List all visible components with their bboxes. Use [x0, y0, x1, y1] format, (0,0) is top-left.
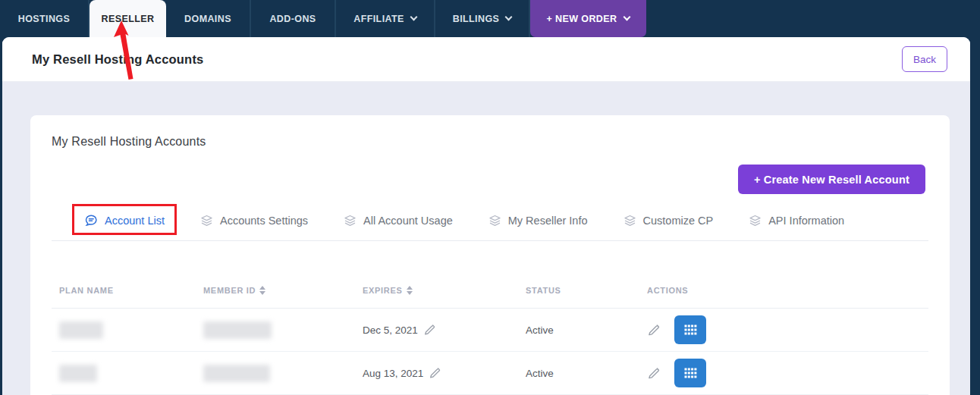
redacted-plan-name — [59, 321, 103, 339]
tab-api-information[interactable]: API Information — [749, 212, 844, 227]
nav-tab-add-ons[interactable]: ADD-ONS — [251, 0, 336, 37]
chevron-down-icon — [505, 14, 513, 21]
top-navbar: HOSTINGS RESELLER DOMAINS ADD-ONS AFFILI… — [0, 0, 980, 37]
nav-tab-domains[interactable]: DOMAINS — [166, 0, 251, 37]
page-body: My Resell Hosting Accounts + Create New … — [2, 115, 970, 395]
edit-account-icon[interactable] — [647, 324, 660, 337]
nav-tab-reseller[interactable]: RESELLER — [90, 0, 166, 37]
tab-my-reseller-info[interactable]: My Reseller Info — [488, 212, 588, 227]
accounts-table: PLAN NAME MEMBER ID EXPIRES — [52, 272, 928, 395]
edit-expiry-icon[interactable] — [429, 367, 441, 379]
nav-tab-label: HOSTINGS — [18, 14, 70, 24]
status-value: Active — [526, 324, 647, 336]
layers-icon — [623, 215, 636, 227]
tab-label: Accounts Settings — [220, 215, 308, 227]
nav-tab-hostings[interactable]: HOSTINGS — [0, 0, 90, 37]
tab-account-list[interactable]: Account List — [85, 212, 165, 227]
edit-account-icon[interactable] — [647, 367, 660, 380]
layers-icon — [488, 215, 501, 227]
tab-accounts-settings[interactable]: Accounts Settings — [200, 212, 308, 227]
content-panel: My Resell Hosting Accounts Back My Resel… — [2, 37, 970, 395]
tab-label: Customize CP — [643, 215, 714, 227]
expires-date: Aug 13, 2021 — [363, 368, 423, 379]
layers-icon — [749, 215, 762, 227]
nav-tab-label: ADD-ONS — [269, 14, 316, 24]
create-new-resell-account-button[interactable]: + Create New Resell Account — [738, 165, 925, 194]
nav-tab-label: DOMAINS — [184, 14, 231, 24]
status-value: Active — [526, 368, 647, 379]
sort-icon[interactable] — [259, 286, 265, 295]
layers-icon — [200, 215, 213, 227]
column-header-plan-name: PLAN NAME — [59, 286, 203, 295]
table-header-row: PLAN NAME MEMBER ID EXPIRES — [52, 272, 928, 309]
nav-tab-label: BILLINGS — [453, 14, 500, 24]
back-button[interactable]: Back — [902, 46, 947, 72]
tab-label: All Account Usage — [363, 215, 453, 227]
chat-icon — [85, 215, 98, 227]
grid-icon — [684, 368, 697, 379]
table-row: Dec 5, 2021 Active — [52, 309, 928, 352]
page-title: My Resell Hosting Accounts — [32, 52, 203, 67]
page-header: My Resell Hosting Accounts Back — [2, 37, 970, 82]
redacted-plan-name — [59, 365, 97, 382]
sort-icon[interactable] — [407, 286, 413, 295]
layers-icon — [344, 215, 357, 227]
edit-expiry-icon[interactable] — [423, 324, 435, 336]
column-header-member-id[interactable]: MEMBER ID — [203, 286, 363, 295]
column-header-expires[interactable]: EXPIRES — [363, 286, 526, 295]
redacted-member-id — [203, 365, 270, 382]
tab-label: API Information — [768, 215, 844, 227]
control-panel-button[interactable] — [674, 359, 706, 387]
tab-all-account-usage[interactable]: All Account Usage — [344, 212, 453, 227]
tab-label: My Reseller Info — [508, 215, 588, 227]
column-header-status: STATUS — [526, 286, 647, 295]
chevron-down-icon — [410, 14, 417, 21]
resell-accounts-card: My Resell Hosting Accounts + Create New … — [30, 115, 950, 395]
nav-tab-label: RESELLER — [102, 14, 155, 24]
column-header-actions: ACTIONS — [647, 286, 928, 295]
nav-tab-affiliate[interactable]: AFFILIATE — [336, 0, 435, 37]
table-row: Aug 13, 2021 Active — [52, 352, 928, 395]
tab-label: Account List — [105, 215, 165, 227]
chevron-down-icon — [623, 14, 631, 21]
control-panel-button[interactable] — [674, 315, 706, 344]
tab-customize-cp[interactable]: Customize CP — [623, 212, 714, 227]
nav-tab-label: AFFILIATE — [353, 14, 404, 24]
card-tabs: Account List Accounts Settings — [52, 212, 928, 241]
grid-icon — [684, 324, 697, 336]
expires-date: Dec 5, 2021 — [363, 324, 418, 336]
redacted-member-id — [203, 321, 272, 339]
nav-tab-billings[interactable]: BILLINGS — [435, 0, 530, 37]
card-title: My Resell Hosting Accounts — [52, 135, 928, 149]
new-order-button[interactable]: + NEW ORDER — [530, 0, 646, 37]
new-order-label: + NEW ORDER — [547, 14, 617, 24]
